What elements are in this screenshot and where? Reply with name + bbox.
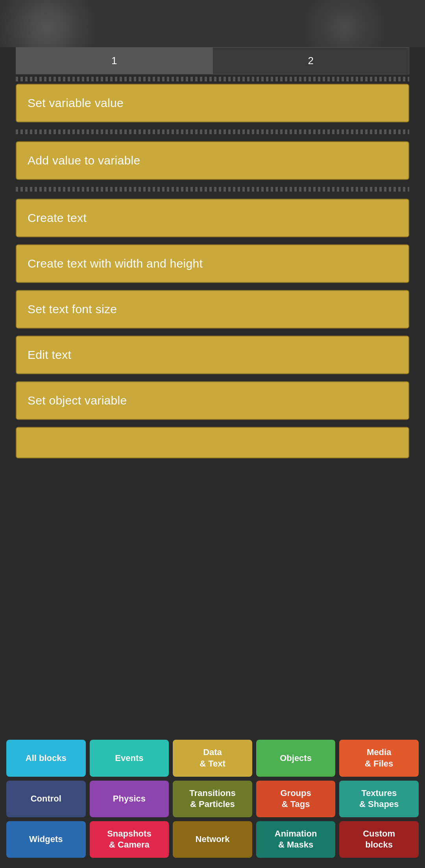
nav-row-2: Control Physics Transitions & Particles … (6, 781, 419, 817)
block-set-object-variable[interactable]: Set object variable (16, 381, 409, 420)
nav-data-text[interactable]: Data & Text (173, 740, 252, 776)
nav-control[interactable]: Control (6, 781, 86, 817)
nav-row-1: All blocks Events Data & Text Objects Me… (6, 740, 419, 776)
block-list: Set variable value Add value to variable… (0, 84, 425, 465)
block-partial (16, 427, 409, 458)
bottom-nav: All blocks Events Data & Text Objects Me… (0, 735, 425, 868)
block-create-text-width-height[interactable]: Create text with width and height (16, 244, 409, 283)
divider-1 (16, 77, 409, 81)
block-set-variable-value[interactable]: Set variable value (16, 84, 409, 122)
block-create-text[interactable]: Create text (16, 199, 409, 237)
tab-bar: 1 2 (16, 47, 409, 74)
top-background (0, 0, 425, 47)
nav-row-3: Widgets Snapshots & Camera Network Anima… (6, 821, 419, 858)
nav-widgets[interactable]: Widgets (6, 821, 86, 858)
divider-3 (16, 187, 409, 192)
divider-2 (16, 129, 409, 134)
block-edit-text[interactable]: Edit text (16, 336, 409, 374)
block-add-value-to-variable[interactable]: Add value to variable (16, 141, 409, 180)
nav-physics[interactable]: Physics (90, 781, 169, 817)
nav-media-files[interactable]: Media & Files (339, 740, 419, 776)
nav-animation-masks[interactable]: Animation & Masks (256, 821, 336, 858)
block-set-text-font-size[interactable]: Set text font size (16, 290, 409, 329)
tab-1[interactable]: 1 (16, 48, 213, 74)
nav-textures-shapes[interactable]: Textures & Shapes (339, 781, 419, 817)
tab-2[interactable]: 2 (213, 48, 409, 74)
nav-groups-tags[interactable]: Groups & Tags (256, 781, 336, 817)
nav-all-blocks[interactable]: All blocks (6, 740, 86, 776)
nav-custom-blocks[interactable]: Custom blocks (339, 821, 419, 858)
nav-transitions-particles[interactable]: Transitions & Particles (173, 781, 252, 817)
nav-network[interactable]: Network (173, 821, 252, 858)
nav-objects[interactable]: Objects (256, 740, 336, 776)
nav-events[interactable]: Events (90, 740, 169, 776)
nav-snapshots-camera[interactable]: Snapshots & Camera (90, 821, 169, 858)
